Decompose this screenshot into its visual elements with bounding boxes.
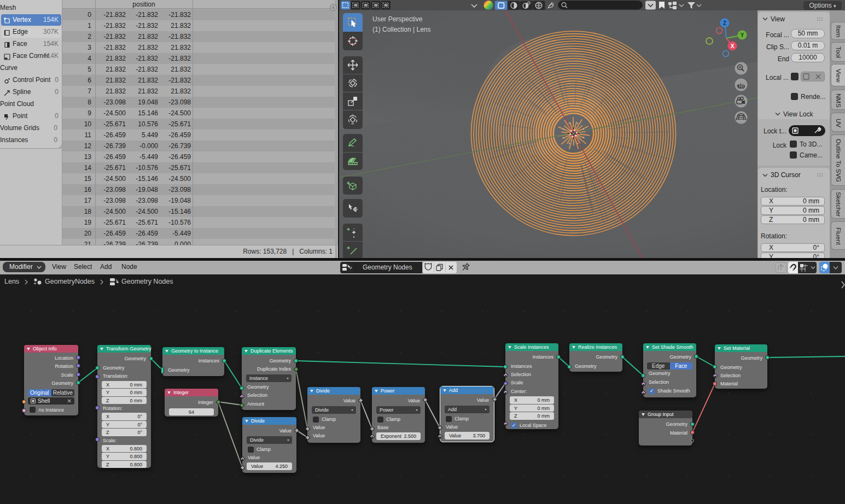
svg-text:Z: Z xyxy=(723,20,726,26)
svg-text:Y: Y xyxy=(741,32,744,38)
svg-text:X: X xyxy=(731,43,735,49)
